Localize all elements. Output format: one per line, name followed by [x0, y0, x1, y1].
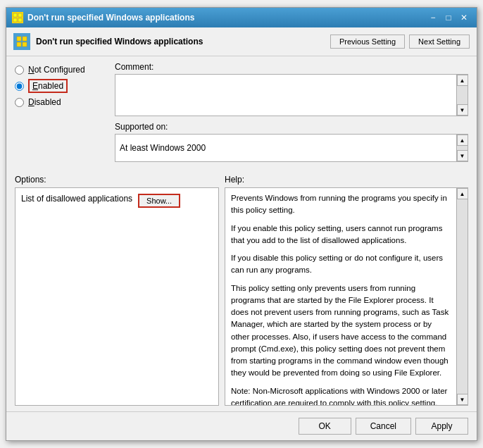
header-title: Don't run specified Windows applications — [36, 37, 203, 46]
svg-rect-0 — [13, 13, 17, 17]
comment-label: Comment: — [115, 62, 468, 72]
help-title: Help: — [225, 175, 468, 185]
not-configured-radio[interactable]: Not Configured — [15, 65, 106, 75]
enabled-label: Enabled — [28, 79, 68, 93]
bottom-bar: OK Cancel Apply — [6, 411, 477, 440]
options-section: Options: List of disallowed applications… — [15, 175, 219, 406]
disabled-input[interactable] — [15, 98, 24, 107]
help-scroll-down[interactable]: ▼ — [457, 394, 468, 405]
help-para-4: This policy setting only prevents users … — [231, 282, 451, 380]
comment-textarea[interactable] — [115, 75, 456, 116]
header-bar: Don't run specified Windows applications… — [6, 27, 477, 56]
options-box: List of disallowed applications Show... — [15, 187, 219, 406]
ok-button[interactable]: OK — [299, 418, 351, 435]
svg-rect-1 — [18, 13, 22, 17]
enabled-radio[interactable]: Enabled — [15, 79, 106, 93]
svg-rect-4 — [17, 37, 21, 41]
minimize-button[interactable]: − — [426, 11, 440, 25]
comment-scrollbar: ▲ ▼ — [456, 75, 468, 116]
comment-scroll-track — [457, 86, 468, 104]
window-title: Don't run specified Windows applications — [27, 13, 194, 23]
help-para-3: If you disable this policy setting or do… — [231, 252, 451, 277]
supported-value: At least Windows 2000 — [115, 140, 456, 156]
radio-group: Not Configured Enabled Disabled — [15, 65, 106, 107]
maximize-button[interactable]: □ — [441, 11, 456, 25]
header-icon — [13, 33, 30, 50]
help-box: Prevents Windows from running the progra… — [225, 187, 468, 406]
show-button[interactable]: Show... — [138, 194, 180, 208]
help-text: Prevents Windows from running the progra… — [225, 188, 456, 405]
supported-scroll-up[interactable]: ▲ — [457, 135, 468, 146]
enabled-input[interactable] — [15, 82, 24, 91]
apply-button[interactable]: Apply — [415, 418, 468, 435]
not-configured-label: Not Configured — [28, 65, 85, 75]
help-scroll-track — [457, 199, 468, 394]
help-scroll-up[interactable]: ▲ — [457, 188, 468, 199]
close-button[interactable]: ✕ — [457, 11, 471, 25]
main-window: Don't run specified Windows applications… — [6, 7, 477, 441]
svg-rect-2 — [13, 18, 17, 22]
help-section: Help: Prevents Windows from running the … — [225, 175, 468, 406]
cancel-button[interactable]: Cancel — [356, 418, 411, 435]
comment-scroll-down[interactable]: ▼ — [457, 104, 468, 116]
options-title: Options: — [15, 175, 219, 185]
supported-label: Supported on: — [115, 122, 468, 132]
supported-scroll-down[interactable]: ▼ — [457, 150, 468, 161]
window-icon — [12, 12, 23, 23]
options-list-label: List of disallowed applications — [21, 194, 132, 204]
previous-setting-button[interactable]: Previous Setting — [330, 35, 405, 49]
not-configured-input[interactable] — [15, 66, 24, 75]
right-panel: Comment: ▲ ▼ Supported on: At least Wind… — [115, 62, 468, 168]
disabled-radio[interactable]: Disabled — [15, 97, 106, 107]
supported-section: Supported on: At least Windows 2000 ▲ ▼ — [115, 122, 468, 162]
help-scrollbar: ▲ ▼ — [456, 188, 468, 405]
title-controls: − □ ✕ — [426, 11, 471, 25]
svg-rect-7 — [23, 42, 27, 46]
left-panel: Not Configured Enabled Disabled — [15, 62, 106, 168]
top-content: Not Configured Enabled Disabled Comment: — [15, 62, 468, 168]
next-setting-button[interactable]: Next Setting — [409, 35, 470, 49]
comment-section: Comment: ▲ ▼ — [115, 62, 468, 116]
help-para-1: Prevents Windows from running the progra… — [231, 192, 451, 217]
disabled-label: Disabled — [28, 97, 61, 107]
help-para-5: Note: Non-Microsoft applications with Wi… — [231, 385, 451, 406]
title-bar-left: Don't run specified Windows applications — [12, 12, 194, 23]
comment-scroll-up[interactable]: ▲ — [457, 75, 468, 86]
supported-box: At least Windows 2000 ▲ ▼ — [115, 134, 468, 162]
svg-rect-5 — [23, 37, 27, 41]
help-para-2: If you enable this policy setting, users… — [231, 223, 451, 247]
header-buttons: Previous Setting Next Setting — [330, 35, 470, 49]
supported-scrollbar: ▲ ▼ — [456, 135, 468, 161]
options-help-row: Options: List of disallowed applications… — [15, 175, 468, 406]
comment-box: ▲ ▼ — [115, 74, 468, 116]
header-left: Don't run specified Windows applications — [13, 33, 203, 50]
svg-rect-6 — [17, 42, 21, 46]
svg-rect-3 — [18, 18, 22, 22]
title-bar: Don't run specified Windows applications… — [6, 8, 477, 27]
main-content: Not Configured Enabled Disabled Comment: — [6, 56, 477, 411]
